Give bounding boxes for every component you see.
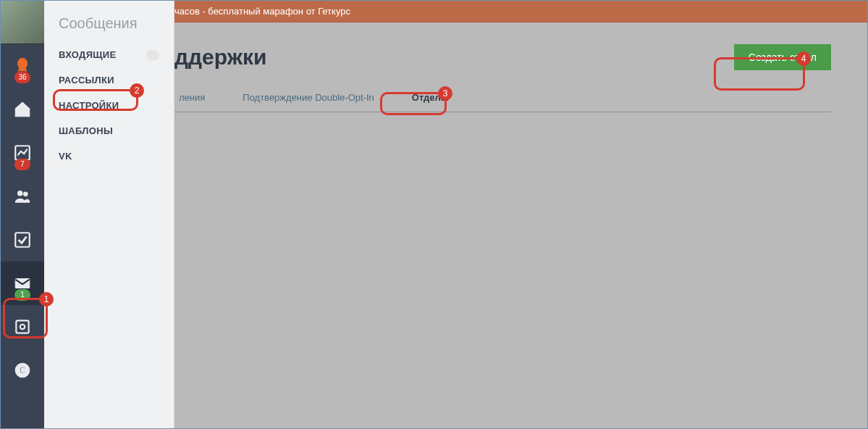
users-icon: [13, 187, 32, 206]
submenu-item-label: ШАБЛОНЫ: [59, 125, 113, 136]
nav-chat[interactable]: C: [1, 349, 44, 392]
messages-submenu: Сообщения ВХОДЯЩИЕ - РАССЫЛКИ НАСТРОЙКИ …: [44, 1, 174, 428]
safe-icon: [13, 317, 32, 336]
svg-rect-3: [15, 233, 30, 247]
submenu-item-label: НАСТРОЙКИ: [59, 100, 119, 111]
nav-safe[interactable]: [1, 305, 44, 349]
chart-badge: 7: [14, 159, 30, 170]
page-title: ддержки: [174, 45, 266, 70]
submenu-item-label: ВХОДЯЩИЕ: [59, 49, 116, 60]
submenu-item-settings[interactable]: НАСТРОЙКИ: [44, 93, 174, 118]
submenu-item-templates[interactable]: ШАБЛОНЫ: [44, 118, 174, 143]
submenu-item-inbox[interactable]: ВХОДЯЩИЕ -: [44, 42, 174, 67]
svg-point-2: [24, 192, 28, 196]
submenu-item-label: VK: [59, 151, 72, 162]
tab-departments[interactable]: Отделы: [408, 85, 453, 112]
create-department-button[interactable]: Создать отдел: [734, 44, 831, 70]
left-nav-rail: 36 7 1 C: [1, 1, 44, 428]
rocket-badge: 36: [14, 72, 30, 83]
submenu-title: Сообщения: [44, 11, 174, 42]
svg-text:C: C: [20, 365, 26, 375]
home-icon: [13, 100, 32, 119]
mail-badge: 1: [14, 289, 30, 301]
banner-text: часов - бесплатный марафон от Геткурс: [174, 6, 350, 17]
avatar[interactable]: [1, 1, 44, 44]
nav-users[interactable]: [1, 175, 44, 218]
chat-icon: C: [13, 361, 32, 380]
tab-item[interactable]: ления: [174, 85, 209, 112]
svg-point-1: [18, 191, 23, 196]
nav-home[interactable]: [1, 88, 44, 131]
nav-tasks[interactable]: [1, 218, 44, 262]
checkbox-icon: [13, 230, 32, 249]
svg-rect-5: [16, 320, 28, 333]
nav-rocket[interactable]: 36: [1, 44, 44, 88]
inbox-count-badge: -: [146, 50, 159, 60]
tabs: ления Подтверждение Double-Opt-In Отделы: [174, 85, 831, 112]
tab-item[interactable]: Подтверждение Double-Opt-In: [238, 85, 379, 112]
nav-messages[interactable]: 1: [1, 262, 44, 305]
nav-analytics[interactable]: 7: [1, 131, 44, 175]
submenu-item-label: РАССЫЛКИ: [59, 75, 114, 86]
svg-point-6: [20, 325, 25, 330]
submenu-item-vk[interactable]: VK: [44, 143, 174, 169]
submenu-item-mailings[interactable]: РАССЫЛКИ: [44, 67, 174, 93]
